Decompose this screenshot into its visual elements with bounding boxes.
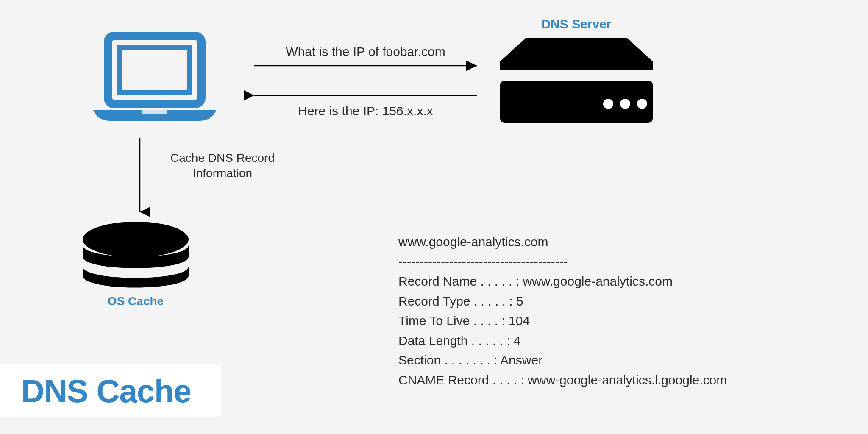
svg-rect-3: [500, 81, 653, 123]
svg-rect-1: [120, 47, 190, 93]
record-line-1: Record Type . . . . . : 5: [398, 292, 727, 312]
record-line-4: Section . . . . . . . : Answer: [398, 351, 727, 370]
diagram-title: DNS Cache: [21, 373, 191, 409]
title-box: DNS Cache: [0, 365, 221, 417]
svg-point-7: [83, 222, 189, 257]
dns-server-label: DNS Server: [500, 17, 653, 31]
svg-point-5: [620, 99, 630, 109]
diagram-canvas: DNS Server OS Cache: [0, 0, 868, 434]
record-line-5: CNAME Record . . . . : www-google-analyt…: [398, 370, 727, 390]
server-icon: [500, 38, 653, 127]
cache-label: Cache DNS Record Information: [155, 150, 290, 181]
laptop-icon: [89, 32, 220, 125]
query-label: What is the IP of foobar.com: [254, 45, 477, 59]
cache-label-line2: Information: [193, 167, 252, 180]
record-line-3: Data Length . . . . . : 4: [398, 331, 727, 351]
svg-rect-2: [142, 110, 167, 114]
cache-label-line1: Cache DNS Record: [170, 151, 275, 164]
svg-point-6: [637, 99, 647, 109]
reply-label: Here is the IP: 156.x.x.x: [254, 104, 477, 118]
record-divider: ----------------------------------------: [398, 252, 727, 272]
record-heading: www.google-analytics.com: [398, 232, 727, 252]
os-cache-label: OS Cache: [78, 295, 193, 308]
svg-point-4: [603, 99, 613, 109]
record-line-2: Time To Live . . . . : 104: [398, 311, 727, 331]
record-line-0: Record Name . . . . . : www.google-analy…: [398, 272, 727, 292]
dns-record-block: www.google-analytics.com ---------------…: [398, 232, 727, 390]
disk-icon: [78, 220, 193, 292]
